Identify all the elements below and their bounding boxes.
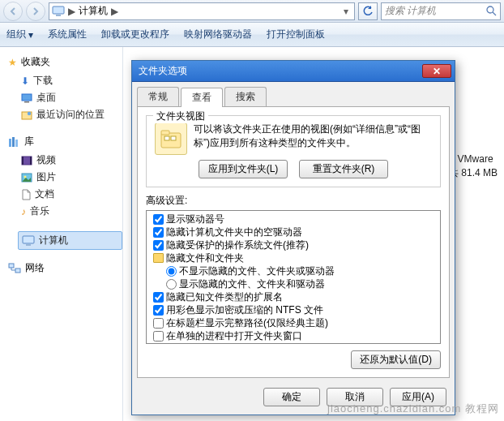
nav-network[interactable]: 网络 bbox=[8, 261, 122, 275]
nav-desktop[interactable]: 桌面 bbox=[8, 89, 122, 106]
ok-button[interactable]: 确定 bbox=[263, 388, 320, 406]
svg-rect-8 bbox=[9, 139, 11, 147]
dialog-title: 文件夹选项 bbox=[139, 64, 187, 78]
svg-rect-12 bbox=[22, 157, 23, 165]
svg-rect-10 bbox=[15, 140, 18, 147]
computer-icon bbox=[52, 6, 65, 17]
nav-downloads[interactable]: ⬇下载 bbox=[8, 72, 122, 89]
checkbox-icon[interactable] bbox=[153, 240, 164, 251]
map-drive-button[interactable]: 映射网络驱动器 bbox=[184, 28, 252, 41]
checkbox-icon[interactable] bbox=[153, 331, 164, 342]
nav-pictures[interactable]: 图片 bbox=[8, 169, 122, 186]
system-properties-button[interactable]: 系统属性 bbox=[48, 28, 87, 41]
setting-label: 隐藏计算机文件夹中的空驱动器 bbox=[166, 226, 302, 238]
control-panel-button[interactable]: 打开控制面板 bbox=[267, 28, 325, 41]
close-button[interactable]: ✕ bbox=[422, 64, 451, 78]
chevron-right-icon[interactable]: ▶ bbox=[68, 6, 75, 17]
tab-panel-view: 文件夹视图 可以将该文件夹正在使用的视图(例如“详细信息”或“图标”)应用到所有… bbox=[137, 106, 450, 378]
setting-label: 在单独的进程中打开文件夹窗口 bbox=[166, 329, 302, 342]
nav-recent[interactable]: 最近访问的位置 bbox=[8, 106, 122, 123]
video-icon bbox=[21, 156, 32, 165]
dialog-tabstrip: 常规 查看 搜索 bbox=[132, 82, 455, 106]
checkbox-icon[interactable] bbox=[153, 305, 164, 316]
advanced-setting-item[interactable]: 在标题栏显示完整路径(仅限经典主题) bbox=[148, 316, 438, 329]
document-icon bbox=[21, 189, 31, 200]
reset-folders-button[interactable]: 重置文件夹(R) bbox=[299, 160, 388, 178]
refresh-button[interactable] bbox=[358, 2, 378, 20]
computer-icon bbox=[22, 235, 35, 247]
nav-back-button[interactable] bbox=[3, 2, 23, 21]
drive-item-partial[interactable]: :) VMware 共 81.4 MB bbox=[449, 153, 498, 180]
organize-menu[interactable]: 组织▾ bbox=[6, 28, 33, 41]
advanced-setting-item[interactable]: 隐藏受保护的操作系统文件(推荐) bbox=[148, 238, 438, 251]
breadcrumb-computer[interactable]: 计算机 bbox=[79, 4, 108, 18]
close-icon: ✕ bbox=[433, 66, 441, 77]
setting-label: 用彩色显示加密或压缩的 NTFS 文件 bbox=[166, 303, 323, 316]
apply-button[interactable]: 应用(A) bbox=[390, 388, 446, 406]
chevron-right-icon[interactable]: ▶ bbox=[111, 6, 118, 17]
address-bar[interactable]: ▶ 计算机 ▶ ▾ bbox=[49, 2, 355, 20]
advanced-setting-item[interactable]: 隐藏已知文件类型的扩展名 bbox=[148, 290, 438, 303]
favorites-header[interactable]: ★ 收藏夹 bbox=[8, 55, 122, 69]
chevron-down-icon: ▾ bbox=[28, 29, 33, 41]
checkbox-icon[interactable] bbox=[153, 344, 164, 345]
nav-documents[interactable]: 文档 bbox=[8, 186, 122, 203]
svg-rect-4 bbox=[22, 94, 32, 101]
setting-label: 隐藏受保护的操作系统文件(推荐) bbox=[166, 238, 309, 251]
nav-videos[interactable]: 视频 bbox=[8, 152, 122, 169]
checkbox-icon[interactable] bbox=[153, 292, 164, 303]
tab-search[interactable]: 搜索 bbox=[224, 87, 267, 106]
nav-computer[interactable]: 计算机 bbox=[18, 231, 122, 250]
dialog-titlebar[interactable]: 文件夹选项 ✕ bbox=[132, 61, 455, 82]
setting-label: 显示驱动器号 bbox=[166, 213, 224, 226]
advanced-settings-tree[interactable]: 显示驱动器号隐藏计算机文件夹中的空驱动器隐藏受保护的操作系统文件(推荐)隐藏文件… bbox=[146, 210, 441, 344]
address-dropdown-icon[interactable]: ▾ bbox=[340, 6, 352, 17]
advanced-settings-label: 高级设置: bbox=[146, 194, 441, 208]
nav-music[interactable]: ♪音乐 bbox=[8, 203, 122, 220]
dialog-footer: 确定 取消 应用(A) bbox=[132, 383, 455, 415]
uninstall-programs-button[interactable]: 卸载或更改程序 bbox=[101, 28, 169, 41]
setting-label: 隐藏已知文件类型的扩展名 bbox=[166, 290, 283, 303]
search-input[interactable]: 搜索 计算机 bbox=[381, 2, 501, 20]
tab-general[interactable]: 常规 bbox=[137, 87, 179, 106]
svg-rect-0 bbox=[53, 6, 64, 14]
folder-views-desc: 可以将该文件夹正在使用的视图(例如“详细信息”或“图标”)应用到所有这种类型的文… bbox=[194, 122, 432, 155]
setting-label: 在缩略图上显示文件图标 bbox=[166, 342, 273, 344]
advanced-setting-item[interactable]: 用彩色显示加密或压缩的 NTFS 文件 bbox=[148, 303, 438, 316]
star-icon: ★ bbox=[8, 57, 17, 68]
svg-point-7 bbox=[28, 111, 31, 114]
advanced-setting-item[interactable]: 显示隐藏的文件、文件夹和驱动器 bbox=[148, 277, 438, 290]
advanced-setting-item[interactable]: 隐藏计算机文件夹中的空驱动器 bbox=[148, 226, 438, 238]
search-icon bbox=[486, 6, 497, 16]
advanced-setting-item[interactable]: 在缩略图上显示文件图标 bbox=[148, 342, 438, 344]
libraries-header[interactable]: 库 bbox=[8, 135, 122, 148]
checkbox-icon[interactable] bbox=[153, 227, 164, 238]
folder-views-group: 文件夹视图 可以将该文件夹正在使用的视图(例如“详细信息”或“图标”)应用到所有… bbox=[146, 115, 441, 187]
music-icon: ♪ bbox=[21, 206, 26, 217]
svg-rect-5 bbox=[24, 101, 29, 103]
navigation-pane: ★ 收藏夹 ⬇下载 桌面 最近访问的位置 库 视频 图片 文档 ♪音乐 计算机 … bbox=[0, 47, 123, 421]
apply-to-folders-button[interactable]: 应用到文件夹(L) bbox=[199, 160, 288, 178]
desktop-icon bbox=[21, 93, 32, 103]
setting-label: 不显示隐藏的文件、文件夹或驱动器 bbox=[179, 264, 335, 277]
advanced-setting-item[interactable]: 隐藏文件和文件夹 bbox=[148, 251, 438, 264]
cancel-button[interactable]: 取消 bbox=[327, 388, 383, 406]
advanced-setting-item[interactable]: 不显示隐藏的文件、文件夹或驱动器 bbox=[148, 264, 438, 277]
svg-rect-16 bbox=[23, 236, 34, 243]
restore-defaults-button[interactable]: 还原为默认值(D) bbox=[351, 350, 441, 369]
checkbox-icon[interactable] bbox=[153, 318, 164, 329]
explorer-titlebar: ▶ 计算机 ▶ ▾ 搜索 计算机 bbox=[0, 0, 504, 23]
download-icon: ⬇ bbox=[21, 75, 29, 87]
svg-rect-1 bbox=[56, 15, 61, 16]
radio-icon[interactable] bbox=[166, 279, 177, 290]
setting-label: 隐藏文件和文件夹 bbox=[166, 251, 244, 264]
libraries-icon bbox=[8, 136, 20, 148]
svg-rect-9 bbox=[12, 137, 15, 147]
nav-forward-button[interactable] bbox=[26, 2, 45, 21]
advanced-setting-item[interactable]: 显示驱动器号 bbox=[148, 213, 438, 226]
radio-icon[interactable] bbox=[166, 266, 177, 277]
svg-rect-21 bbox=[161, 131, 169, 135]
tab-view[interactable]: 查看 bbox=[181, 88, 223, 107]
checkbox-icon[interactable] bbox=[153, 214, 164, 225]
advanced-setting-item[interactable]: 在单独的进程中打开文件夹窗口 bbox=[148, 329, 438, 342]
